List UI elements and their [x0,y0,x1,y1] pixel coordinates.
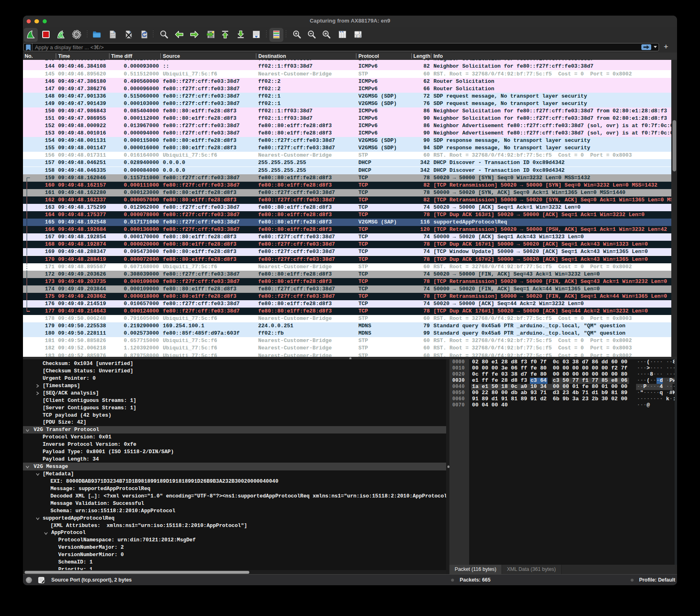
svg-text:2: 2 [356,35,357,38]
svg-text:3: 3 [359,35,361,38]
svg-text:0111: 0111 [111,36,115,38]
svg-text:1: 1 [359,31,360,34]
